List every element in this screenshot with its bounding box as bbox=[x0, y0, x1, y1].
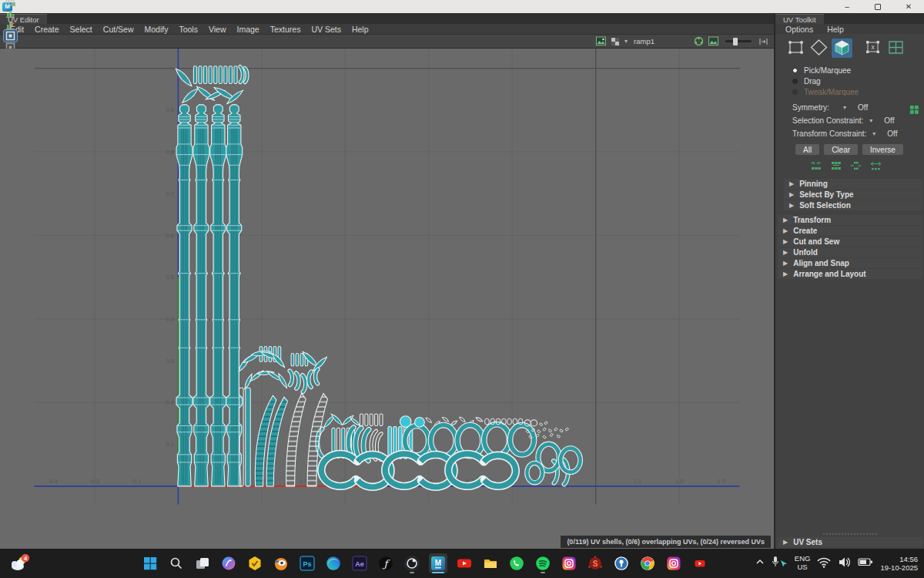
wifi-icon[interactable] bbox=[816, 555, 832, 572]
svg-text:0.1: 0.1 bbox=[166, 441, 174, 448]
menu-create[interactable]: Create bbox=[29, 25, 65, 34]
cube-tool-icon[interactable] bbox=[832, 39, 852, 58]
editor-menubar: EditCreateSelectCut/SewModifyToolsViewIm… bbox=[0, 24, 774, 34]
taskbar-spotify-icon[interactable] bbox=[534, 553, 552, 573]
layout-grid-tool-icon[interactable] bbox=[886, 39, 906, 58]
exposure-slider[interactable] bbox=[725, 40, 752, 42]
texture-name-label[interactable]: ramp1 bbox=[634, 37, 654, 45]
uv-canvas[interactable]: -0.3-0.2-0.10.10.20.30.40.50.60.70.80.91… bbox=[0, 49, 774, 549]
chevron-down-icon[interactable]: ▾ bbox=[872, 130, 875, 137]
histogram-arrow-icon[interactable] bbox=[4, 18, 17, 30]
section-unfold[interactable]: ▶Unfold bbox=[778, 247, 922, 257]
image-display-icon[interactable] bbox=[707, 35, 720, 47]
menu-textures[interactable]: Textures bbox=[265, 25, 306, 34]
dropdown-symmetry[interactable]: Symmetry:▾Off bbox=[775, 101, 924, 114]
taskbar-start-icon[interactable] bbox=[141, 553, 159, 573]
menu-uv-sets[interactable]: UV Sets bbox=[306, 25, 346, 34]
dropdown-transform-constraint[interactable]: Transform Constraint:▾Off bbox=[775, 127, 924, 140]
texture-image-icon[interactable] bbox=[594, 35, 608, 47]
battery-icon[interactable] bbox=[858, 555, 874, 572]
marquee-tool-icon[interactable] bbox=[785, 39, 806, 58]
taskbar-check-icon[interactable] bbox=[246, 553, 264, 573]
svg-text:Ps: Ps bbox=[303, 560, 311, 568]
speaker-icon[interactable] bbox=[838, 555, 852, 572]
section-pinning[interactable]: ▶Pinning bbox=[784, 179, 922, 189]
chevron-right-icon: ▶ bbox=[789, 191, 794, 198]
shell-border-icon[interactable] bbox=[4, 30, 17, 42]
tab-uv-toolkit[interactable]: UV Toolkit bbox=[775, 14, 824, 24]
convert-selection-icon-1[interactable] bbox=[809, 160, 822, 173]
uv-transform-tool-icon[interactable]: x bbox=[862, 39, 883, 58]
mode-pick-marquee[interactable]: Pick/Marquee bbox=[792, 66, 924, 75]
uv-wireframe[interactable]: -0.3-0.2-0.10.10.20.30.40.50.60.70.80.91… bbox=[0, 49, 774, 549]
chevron-down-icon[interactable]: ▾ bbox=[869, 117, 872, 124]
toolkit-menu-options[interactable]: Options bbox=[778, 25, 820, 34]
taskbar-substance-icon[interactable]: S bbox=[586, 553, 604, 573]
taskbar-copilot-icon[interactable] bbox=[219, 553, 238, 573]
window-titlebar: M – ✕ bbox=[0, 0, 924, 13]
taskbar-aftereffects-icon[interactable]: Ae bbox=[350, 553, 369, 573]
taskbar-instagram2-icon[interactable] bbox=[665, 553, 683, 573]
uv-statistics: (0/119) UV shells, (0/6) overlapping UVs… bbox=[561, 536, 771, 548]
mic-cursor-icon[interactable] bbox=[772, 556, 788, 571]
texture-dropdown-caret[interactable]: ▾ bbox=[624, 38, 628, 45]
taskbar-chrome-icon[interactable] bbox=[638, 553, 657, 573]
section-create[interactable]: ▶Create bbox=[778, 226, 922, 236]
menu-image[interactable]: Image bbox=[232, 25, 265, 34]
exposure-slider-handle[interactable] bbox=[733, 38, 738, 45]
taskbar-photoshop-icon[interactable]: Ps bbox=[298, 553, 316, 573]
taskbar-youtube-icon[interactable] bbox=[455, 553, 474, 573]
taskbar-whatsapp-icon[interactable] bbox=[507, 553, 526, 573]
taskbar-obs-icon[interactable] bbox=[403, 553, 421, 573]
mode-drag[interactable]: Drag bbox=[792, 76, 924, 86]
close-button[interactable]: ✕ bbox=[893, 0, 924, 13]
section-align-and-snap[interactable]: ▶Align and Snap bbox=[778, 258, 922, 268]
histogram-icon[interactable] bbox=[4, 7, 17, 18]
taskbar-maya-icon[interactable]: M bbox=[429, 553, 447, 573]
section-transform[interactable]: ▶Transform bbox=[778, 215, 922, 225]
taskbar-search-icon[interactable] bbox=[167, 553, 186, 573]
section-arrange-and-layout[interactable]: ▶Arrange and Layout bbox=[778, 269, 922, 279]
dropdown-selection-constraint[interactable]: Selection Constraint:▾Off bbox=[775, 114, 924, 127]
section-cut-and-sew[interactable]: ▶Cut and Sew bbox=[778, 237, 922, 247]
taskbar-sbi-icon[interactable] bbox=[612, 553, 631, 573]
taskbar-explorer-icon[interactable] bbox=[481, 553, 500, 573]
tray-chevron-icon[interactable] bbox=[755, 556, 765, 570]
clock[interactable]: 14:56 19-10-2025 bbox=[880, 555, 918, 573]
section-soft-selection[interactable]: ▶Soft Selection bbox=[784, 200, 922, 210]
minimize-button[interactable]: – bbox=[832, 0, 862, 13]
taskbar-edge-icon[interactable] bbox=[324, 553, 343, 573]
svg-text:Ae: Ae bbox=[355, 560, 364, 568]
pick-diamond-tool-icon[interactable] bbox=[808, 39, 829, 58]
weather-widget[interactable]: 4 bbox=[9, 553, 31, 574]
taskbar-instagram-icon[interactable] bbox=[560, 553, 578, 573]
menu-select[interactable]: Select bbox=[65, 25, 98, 34]
menu-view[interactable]: View bbox=[203, 25, 232, 34]
taskbar-blender-icon[interactable] bbox=[272, 553, 290, 573]
language-indicator[interactable]: ENG US bbox=[795, 555, 811, 572]
maximize-button[interactable] bbox=[862, 0, 893, 13]
checker-map-icon[interactable] bbox=[609, 35, 622, 47]
uv-grid-plus-icon[interactable] bbox=[4, 0, 17, 7]
toolkit-menu-help[interactable]: Help bbox=[820, 25, 851, 34]
taskbar-youtube-mini-icon[interactable] bbox=[691, 553, 709, 573]
menu-tools[interactable]: Tools bbox=[173, 25, 203, 34]
taskbar-taskview-icon[interactable] bbox=[193, 553, 212, 573]
taskbar-fusion-icon[interactable]: ƒ bbox=[377, 553, 395, 573]
inverse-button[interactable]: Inverse bbox=[862, 144, 903, 155]
convert-selection-icon-4[interactable] bbox=[869, 160, 882, 173]
panel-resize-handle[interactable] bbox=[775, 531, 924, 536]
color-manage-icon[interactable] bbox=[692, 35, 705, 47]
section-uv-sets[interactable]: ▶ UV Sets bbox=[778, 537, 922, 547]
chevron-down-icon[interactable]: ▾ bbox=[843, 104, 846, 111]
svg-text:-0.1: -0.1 bbox=[132, 478, 142, 485]
menu-cut-sew[interactable]: Cut/Sew bbox=[98, 25, 139, 34]
clear-button[interactable]: Clear bbox=[824, 144, 858, 155]
menu-help[interactable]: Help bbox=[346, 25, 374, 34]
convert-selection-icon-2[interactable] bbox=[829, 160, 842, 173]
all-button[interactable]: All bbox=[795, 144, 819, 155]
range-arrows-icon[interactable] bbox=[757, 35, 770, 47]
convert-selection-icon-3[interactable] bbox=[849, 160, 862, 173]
menu-modify[interactable]: Modify bbox=[139, 25, 173, 34]
section-select-by-type[interactable]: ▶Select By Type bbox=[784, 190, 922, 200]
